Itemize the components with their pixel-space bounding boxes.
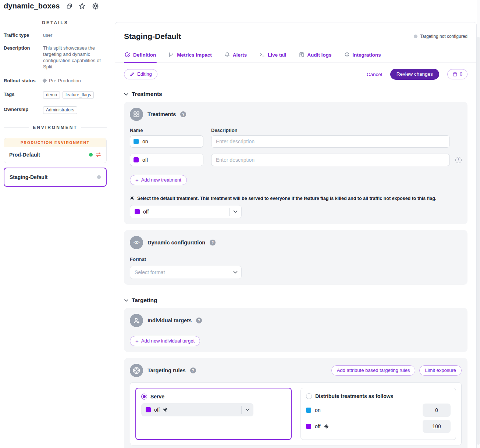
treatment-row-on bbox=[130, 135, 462, 148]
editing-button[interactable]: Editing bbox=[124, 69, 157, 79]
format-label: Format bbox=[130, 257, 462, 262]
default-asterisk-icon bbox=[324, 424, 328, 429]
ownership-chip[interactable]: Administrators bbox=[43, 106, 77, 114]
help-icon[interactable]: ? bbox=[210, 240, 216, 245]
default-treatment-note: Select the default treatment. This treat… bbox=[130, 196, 462, 201]
default-treatment-select[interactable]: off bbox=[130, 205, 242, 218]
treatment-name-input[interactable] bbox=[130, 154, 203, 166]
environment-heading: ENVIRONMENT bbox=[4, 125, 107, 130]
tab-metrics-impact[interactable]: Metrics impact bbox=[168, 50, 213, 62]
treatment-on-swatch bbox=[306, 408, 311, 413]
tab-alerts[interactable]: Alerts bbox=[224, 50, 248, 62]
description-row: Description This split showcases the tar… bbox=[4, 45, 107, 70]
chevron-down-icon bbox=[230, 271, 241, 274]
radio-selected-icon[interactable] bbox=[141, 394, 147, 399]
tab-live-tail[interactable]: Live tail bbox=[259, 50, 287, 62]
plus-icon: + bbox=[135, 178, 139, 183]
serve-option-panel[interactable]: Serve off bbox=[135, 388, 292, 440]
rollout-status-label: Rollout status bbox=[4, 78, 43, 84]
treatment-row-off: ! bbox=[130, 154, 462, 166]
description-column-label: Description bbox=[211, 128, 238, 133]
treatments-grid-icon bbox=[130, 108, 143, 121]
status-dot-icon bbox=[414, 35, 417, 38]
serve-radio-row[interactable]: Serve bbox=[141, 394, 286, 399]
name-column-label: Name bbox=[130, 128, 211, 133]
treatment-off-swatch bbox=[146, 407, 151, 412]
tab-bar: Definition Metrics impact Alerts bbox=[115, 50, 476, 62]
targeting-status-badge: Targeting not configured bbox=[414, 34, 467, 39]
info-icon[interactable]: ! bbox=[455, 157, 462, 163]
targeting-rules-title: Targeting rules bbox=[147, 368, 186, 373]
default-asterisk-icon bbox=[163, 408, 167, 412]
star-icon[interactable] bbox=[79, 3, 86, 10]
copy-icon[interactable] bbox=[66, 3, 72, 9]
help-icon[interactable]: ? bbox=[180, 111, 186, 117]
gear-icon[interactable] bbox=[92, 3, 99, 10]
format-select[interactable]: Select format bbox=[130, 266, 242, 279]
treatments-section-header[interactable]: Treatments bbox=[124, 91, 467, 97]
distribute-row-off: off bbox=[306, 420, 451, 433]
add-new-treatment-button[interactable]: + Add new treatment bbox=[130, 175, 187, 185]
dynamic-configuration-title: Dynamic configuration bbox=[147, 240, 205, 245]
chevron-down-icon bbox=[124, 299, 128, 302]
edit-toolbar: Editing Cancel Review changes 0 bbox=[124, 69, 467, 80]
distribute-treatment-name: on bbox=[315, 407, 321, 413]
environment-status-dot-green bbox=[89, 153, 93, 157]
audit-log-icon bbox=[299, 52, 305, 58]
distribute-treatment-name: off bbox=[315, 423, 320, 429]
environment-definition-panel: Staging-Default Targeting not configured… bbox=[115, 22, 477, 448]
app-header: dynamic_boxes bbox=[4, 1, 99, 11]
scheduled-changes-button[interactable]: 0 bbox=[447, 69, 467, 79]
default-treatment-value: off bbox=[143, 209, 149, 215]
limit-exposure-button[interactable]: Limit exposure bbox=[419, 365, 462, 376]
radio-unselected-icon[interactable] bbox=[306, 393, 312, 399]
bullseye-icon bbox=[130, 364, 143, 377]
treatment-description-input[interactable] bbox=[211, 154, 450, 166]
distribute-option-panel[interactable]: Distribute treatments as follows on off bbox=[301, 388, 456, 440]
traffic-type-label: Traffic type bbox=[4, 32, 43, 38]
add-attribute-rules-button[interactable]: Add attribute based targeting rules bbox=[331, 365, 416, 376]
scrollbar-thumb[interactable] bbox=[477, 37, 480, 445]
tab-audit-logs[interactable]: Audit logs bbox=[298, 50, 332, 62]
tag-chip[interactable]: feature_flags bbox=[63, 91, 94, 99]
targeting-rules-card: Targeting rules ? Add attribute based ta… bbox=[124, 358, 467, 448]
treatment-description-input[interactable] bbox=[211, 135, 450, 148]
dynamic-configuration-card: </> Dynamic configuration ? Format Selec… bbox=[124, 230, 467, 285]
serve-label: Serve bbox=[150, 394, 164, 399]
format-placeholder: Select format bbox=[135, 269, 165, 275]
distribute-row-on: on bbox=[306, 404, 451, 417]
rollout-status-row: Rollout status Pre-Production bbox=[4, 78, 107, 84]
help-icon[interactable]: ? bbox=[190, 368, 196, 373]
treatment-off-swatch bbox=[306, 424, 311, 429]
pencil-icon bbox=[129, 72, 135, 77]
cancel-button[interactable]: Cancel bbox=[367, 72, 382, 77]
swap-arrows-icon[interactable] bbox=[96, 152, 101, 157]
distribute-percentage-input[interactable] bbox=[423, 404, 451, 417]
environment-card-staging[interactable]: Staging-Default bbox=[4, 168, 107, 187]
targeting-section-header[interactable]: Targeting bbox=[124, 297, 467, 304]
distribute-percentage-input[interactable] bbox=[423, 420, 451, 433]
traffic-type-row: Traffic type user bbox=[4, 32, 107, 38]
targeting-rule-row: Serve off bbox=[130, 382, 462, 445]
review-changes-button[interactable]: Review changes bbox=[390, 69, 439, 80]
bell-icon bbox=[224, 52, 230, 58]
plus-icon: + bbox=[135, 338, 139, 344]
description-value: This split showcases the targeting and d… bbox=[43, 45, 107, 70]
production-environment-banner: PRODUCTION ENVIRONMENT bbox=[4, 138, 106, 147]
treatment-name-input[interactable] bbox=[130, 135, 203, 148]
tag-chip[interactable]: demo bbox=[43, 91, 60, 99]
distribute-radio-row[interactable]: Distribute treatments as follows bbox=[306, 393, 451, 399]
rollout-diamond-icon bbox=[42, 78, 47, 83]
individual-targets-card: Individual targets ? + Add new individua… bbox=[124, 308, 467, 352]
add-new-individual-target-button[interactable]: + Add new individual target bbox=[130, 336, 200, 346]
sidebar: DETAILS Traffic type user Description Th… bbox=[4, 20, 107, 187]
traffic-type-value: user bbox=[43, 32, 107, 38]
tab-definition[interactable]: Definition bbox=[124, 50, 157, 62]
definition-icon bbox=[125, 52, 131, 58]
scrollbar-track[interactable] bbox=[477, 0, 480, 448]
ownership-row: Ownership Administrators bbox=[4, 106, 107, 114]
help-icon[interactable]: ? bbox=[196, 318, 202, 323]
tab-integrations[interactable]: Integrations bbox=[343, 50, 381, 62]
environment-card-prod[interactable]: PRODUCTION ENVIRONMENT Prod-Default bbox=[4, 138, 107, 163]
serve-treatment-select[interactable]: off bbox=[141, 403, 253, 416]
